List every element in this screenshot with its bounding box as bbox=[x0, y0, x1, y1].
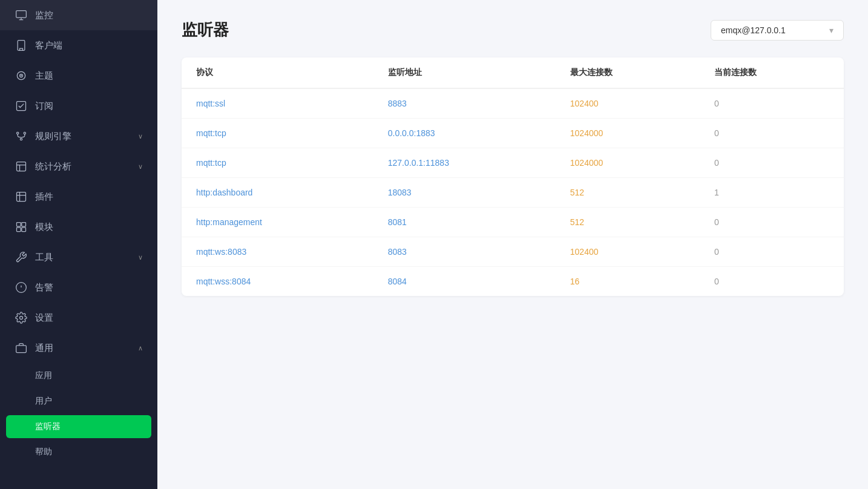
svg-point-4 bbox=[21, 76, 22, 76]
listener-table-container: 协议 监听地址 最大连接数 当前连接数 mqtt:ssl88831024000m… bbox=[182, 57, 844, 296]
tools-icon bbox=[15, 251, 28, 264]
cell-curr-conn: 0 bbox=[700, 119, 844, 148]
col-address: 监听地址 bbox=[373, 57, 556, 88]
cell-address: 18083 bbox=[373, 178, 556, 208]
sidebar-label-subscription: 订阅 bbox=[35, 100, 53, 112]
cell-address: 127.0.0.1:11883 bbox=[373, 148, 556, 178]
cell-protocol[interactable]: mqtt:tcp bbox=[182, 148, 373, 178]
sidebar-label-tools: 工具 bbox=[35, 252, 53, 263]
tools-arrow: ∨ bbox=[138, 254, 143, 261]
cell-curr-conn: 0 bbox=[700, 148, 844, 178]
svg-rect-0 bbox=[16, 11, 27, 18]
main-content: 监听器 emqx@127.0.0.1 ▾ 协议 监听地址 最大连接数 当前连接数… bbox=[157, 0, 868, 489]
analytics-arrow: ∨ bbox=[138, 163, 143, 171]
sidebar-subitem-listener[interactable]: 监听器 bbox=[6, 415, 151, 438]
svg-point-7 bbox=[24, 132, 25, 134]
rule-icon bbox=[15, 130, 28, 143]
node-selector-value: emqx@127.0.0.1 bbox=[721, 25, 786, 35]
sidebar-subitem-help[interactable]: 帮助 bbox=[0, 439, 157, 465]
sidebar-item-client[interactable]: 客户端 bbox=[0, 30, 157, 61]
svg-rect-1 bbox=[18, 41, 25, 51]
sidebar-label-module: 模块 bbox=[35, 222, 53, 233]
sidebar-item-general[interactable]: 通用 ∧ bbox=[0, 333, 157, 363]
cell-max-conn: 102400 bbox=[556, 237, 700, 267]
sidebar-item-plugin[interactable]: 插件 bbox=[0, 182, 157, 212]
cell-protocol[interactable]: http:management bbox=[182, 208, 373, 237]
listener-table: 协议 监听地址 最大连接数 当前连接数 mqtt:ssl88831024000m… bbox=[182, 57, 844, 296]
page-title: 监听器 bbox=[182, 19, 229, 41]
col-curr-conn: 当前连接数 bbox=[700, 57, 844, 88]
table-row: http:management80815120 bbox=[182, 208, 844, 237]
sidebar-item-rule-engine[interactable]: 规则引擎 ∨ bbox=[0, 121, 157, 151]
chevron-down-icon: ▾ bbox=[829, 25, 833, 35]
cell-curr-conn: 0 bbox=[700, 267, 844, 297]
cell-protocol[interactable]: http:dashboard bbox=[182, 178, 373, 208]
cell-address: 0.0.0.0:1883 bbox=[373, 119, 556, 148]
monitor-icon bbox=[15, 8, 28, 22]
cell-max-conn: 1024000 bbox=[556, 148, 700, 178]
table-row: http:dashboard180835121 bbox=[182, 178, 844, 208]
svg-point-17 bbox=[20, 317, 23, 320]
sidebar-label-settings: 设置 bbox=[35, 312, 53, 324]
subscription-icon bbox=[15, 99, 28, 113]
sidebar-sublabel-app: 应用 bbox=[35, 370, 52, 381]
table-header-row: 协议 监听地址 最大连接数 当前连接数 bbox=[182, 57, 844, 88]
sidebar-item-monitor[interactable]: 监控 bbox=[0, 0, 157, 30]
col-protocol: 协议 bbox=[182, 57, 373, 88]
svg-rect-12 bbox=[17, 228, 21, 232]
sidebar-label-plugin: 插件 bbox=[35, 191, 53, 203]
sidebar-item-analytics[interactable]: 统计分析 ∨ bbox=[0, 151, 157, 182]
svg-rect-10 bbox=[17, 223, 21, 227]
table-row: mqtt:ws:808380831024000 bbox=[182, 237, 844, 267]
node-selector[interactable]: emqx@127.0.0.1 ▾ bbox=[711, 20, 844, 41]
general-arrow: ∧ bbox=[138, 344, 143, 352]
cell-address: 8084 bbox=[373, 267, 556, 297]
sidebar-item-topic[interactable]: 主题 bbox=[0, 61, 157, 91]
sidebar-sublabel-user: 用户 bbox=[35, 396, 52, 407]
sidebar-label-rule-engine: 规则引擎 bbox=[35, 131, 71, 142]
topic-icon bbox=[15, 69, 28, 82]
rule-engine-arrow: ∨ bbox=[138, 133, 143, 140]
svg-rect-18 bbox=[16, 346, 27, 353]
sidebar-item-tools[interactable]: 工具 ∨ bbox=[0, 242, 157, 272]
sidebar-label-analytics: 统计分析 bbox=[35, 161, 71, 172]
alarm-icon bbox=[15, 281, 28, 294]
table-row: mqtt:wss:80848084160 bbox=[182, 267, 844, 297]
cell-curr-conn: 0 bbox=[700, 237, 844, 267]
cell-protocol[interactable]: mqtt:tcp bbox=[182, 119, 373, 148]
sidebar-item-module[interactable]: 模块 bbox=[0, 212, 157, 242]
svg-rect-11 bbox=[22, 223, 26, 227]
sidebar-item-subscription[interactable]: 订阅 bbox=[0, 91, 157, 121]
cell-protocol[interactable]: mqtt:wss:8084 bbox=[182, 267, 373, 297]
cell-max-conn: 16 bbox=[556, 267, 700, 297]
table-row: mqtt:tcp127.0.0.1:1188310240000 bbox=[182, 148, 844, 178]
sidebar-item-alarm[interactable]: 告警 bbox=[0, 272, 157, 303]
cell-max-conn: 512 bbox=[556, 178, 700, 208]
cell-protocol[interactable]: mqtt:ws:8083 bbox=[182, 237, 373, 267]
sidebar-subitem-user[interactable]: 用户 bbox=[0, 389, 157, 414]
svg-rect-13 bbox=[22, 228, 26, 232]
analytics-icon bbox=[15, 160, 28, 173]
cell-curr-conn: 0 bbox=[700, 88, 844, 119]
table-row: mqtt:ssl88831024000 bbox=[182, 88, 844, 119]
sidebar-label-alarm: 告警 bbox=[35, 282, 53, 294]
cell-curr-conn: 0 bbox=[700, 208, 844, 237]
cell-address: 8081 bbox=[373, 208, 556, 237]
sidebar-item-settings[interactable]: 设置 bbox=[0, 303, 157, 333]
sidebar-label-client: 客户端 bbox=[35, 40, 62, 51]
sidebar-label-monitor: 监控 bbox=[35, 10, 53, 21]
sidebar-sublabel-listener: 监听器 bbox=[35, 421, 61, 432]
page-header: 监听器 emqx@127.0.0.1 ▾ bbox=[182, 19, 844, 41]
svg-rect-9 bbox=[17, 162, 26, 171]
sidebar-sublabel-help: 帮助 bbox=[35, 447, 52, 458]
svg-point-8 bbox=[20, 138, 22, 140]
cell-address: 8883 bbox=[373, 88, 556, 119]
settings-icon bbox=[15, 311, 28, 324]
cell-curr-conn: 1 bbox=[700, 178, 844, 208]
cell-address: 8083 bbox=[373, 237, 556, 267]
svg-point-6 bbox=[17, 132, 19, 134]
sidebar-subitem-app[interactable]: 应用 bbox=[0, 363, 157, 389]
cell-protocol[interactable]: mqtt:ssl bbox=[182, 88, 373, 119]
module-icon bbox=[15, 220, 28, 234]
cell-max-conn: 1024000 bbox=[556, 119, 700, 148]
